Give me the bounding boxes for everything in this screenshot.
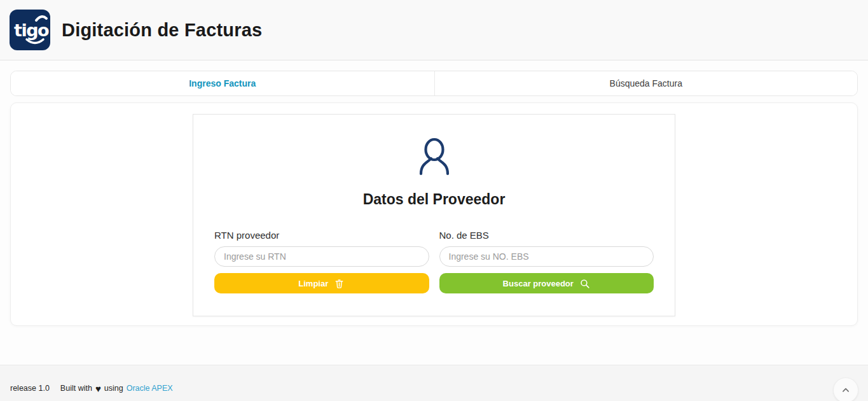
content-region: Datos del Proveedor RTN proveedor Limpia…	[10, 102, 858, 326]
card-title: Datos del Proveedor	[214, 191, 654, 208]
tab-busqueda-factura[interactable]: Búsqueda Factura	[434, 71, 858, 95]
main-content: Ingreso Factura Búsqueda Factura Datos d…	[0, 71, 868, 365]
provider-form: RTN proveedor Limpiar No. de EBS	[214, 230, 654, 293]
rtn-input[interactable]	[214, 246, 429, 267]
tigo-logo-icon: tigo	[10, 10, 50, 50]
provider-card: Datos del Proveedor RTN proveedor Limpia…	[193, 114, 675, 316]
heart-icon: ♥	[95, 384, 101, 393]
rtn-column: RTN proveedor Limpiar	[214, 230, 429, 293]
svg-text:tigo: tigo	[14, 20, 49, 40]
built-with-suffix: using	[104, 384, 123, 393]
person-icon	[214, 137, 654, 176]
tab-bar: Ingreso Factura Búsqueda Factura	[10, 71, 858, 96]
app-header: tigo Digitación de Facturas	[0, 0, 868, 60]
buscar-proveedor-button[interactable]: Buscar proveedor	[439, 273, 654, 293]
ebs-input[interactable]	[439, 246, 654, 267]
buscar-proveedor-button-label: Buscar proveedor	[503, 279, 574, 288]
ebs-label: No. de EBS	[439, 230, 654, 241]
page-title: Digitación de Facturas	[62, 20, 262, 41]
ebs-column: No. de EBS Buscar proveedor	[439, 230, 654, 293]
scroll-to-top-button[interactable]	[833, 377, 858, 401]
built-with-text: Built with ♥ using Oracle APEX	[60, 384, 173, 393]
trash-icon	[334, 278, 345, 289]
tigo-logo: tigo	[10, 10, 50, 50]
built-with-prefix: Built with	[60, 384, 92, 393]
oracle-apex-link[interactable]: Oracle APEX	[127, 384, 173, 393]
search-icon	[579, 278, 590, 289]
limpiar-button[interactable]: Limpiar	[214, 273, 429, 293]
tab-ingreso-factura[interactable]: Ingreso Factura	[11, 71, 434, 95]
app-footer: release 1.0 Built with ♥ using Oracle AP…	[0, 365, 868, 401]
rtn-label: RTN proveedor	[214, 230, 429, 241]
chevron-up-icon	[839, 383, 853, 397]
release-version: release 1.0	[10, 384, 50, 393]
limpiar-button-label: Limpiar	[298, 279, 328, 288]
